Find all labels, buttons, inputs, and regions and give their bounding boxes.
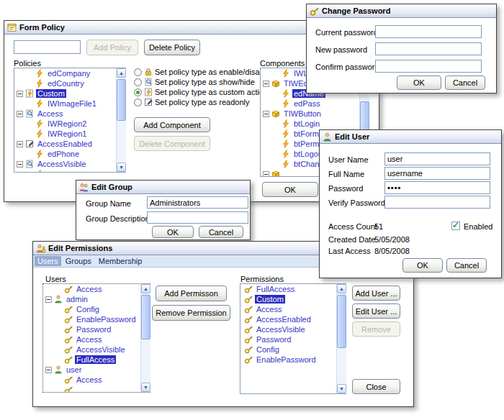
- tree-item-accessvisible[interactable]: AccessVisible: [14, 159, 125, 169]
- change-password-titlebar[interactable]: Change Password: [307, 4, 496, 18]
- permissions-list[interactable]: FullAccessCustomAccessAccessEnabledAcces…: [240, 283, 346, 394]
- tree-item-access[interactable]: Access: [43, 334, 150, 344]
- tree-item-enablepassword[interactable]: EnablePassword: [43, 314, 150, 324]
- expander-icon[interactable]: [17, 111, 23, 117]
- tree-item-btlogin[interactable]: btLogin: [261, 119, 369, 129]
- expander-icon[interactable]: [263, 171, 269, 178]
- remove-permission-button[interactable]: Remove Permission: [152, 305, 230, 321]
- confirm-password-input[interactable]: [375, 60, 482, 73]
- full-name-input[interactable]: [384, 167, 490, 180]
- policies-scrollbar[interactable]: ▲ ▼: [116, 68, 126, 172]
- tree-item-edpass[interactable]: edPass: [261, 99, 369, 109]
- tree-item-password[interactable]: Password: [240, 334, 346, 344]
- tree-item-password[interactable]: Password: [43, 324, 150, 334]
- form-policy-ok-button[interactable]: OK: [262, 182, 318, 197]
- expander-icon[interactable]: [17, 141, 23, 147]
- expander-icon[interactable]: [45, 367, 52, 373]
- tree-item-user[interactable]: user: [43, 365, 150, 375]
- tree-item-access[interactable]: Access: [240, 304, 346, 314]
- tree-item-fullaccess[interactable]: FullAccess: [43, 355, 150, 365]
- tree-item-iwimagefile1[interactable]: IWImageFile1: [14, 99, 125, 109]
- close-button[interactable]: Close: [352, 379, 400, 394]
- edit-group-ok-button[interactable]: OK: [152, 226, 194, 238]
- edit-group-titlebar[interactable]: Edit Group: [76, 181, 250, 194]
- expander-icon[interactable]: [17, 161, 23, 168]
- tree-item-access[interactable]: Access: [43, 375, 150, 385]
- delete-policy-button[interactable]: Delete Policy: [144, 40, 200, 55]
- expander-icon[interactable]: [263, 81, 269, 87]
- edit-group-cancel-button[interactable]: Cancel: [199, 226, 243, 238]
- tree-item-accessenabled[interactable]: AccessEnabled: [14, 139, 125, 149]
- users-list[interactable]: AccessadminConfigEnablePasswordPasswordA…: [42, 283, 150, 393]
- enabled-checkbox[interactable]: [451, 222, 460, 230]
- add-policy-button[interactable]: Add Policy: [86, 40, 138, 55]
- expander-icon[interactable]: [17, 91, 23, 97]
- policy-type-option[interactable]: Set policy type as readonly: [134, 97, 270, 107]
- tree-item-custom[interactable]: Custom: [240, 294, 346, 304]
- tree-item-partial[interactable]: [14, 169, 125, 173]
- edit-user-titlebar[interactable]: Edit User: [320, 130, 501, 144]
- edit-user-button[interactable]: Edit User ...: [352, 303, 400, 319]
- scroll-down-icon[interactable]: ▼: [337, 384, 346, 393]
- add-user-button[interactable]: Add User ...: [352, 286, 400, 301]
- radio-icon[interactable]: [134, 99, 142, 106]
- tree-item-enablepassword[interactable]: EnablePassword: [240, 355, 346, 365]
- lightning-icon: [35, 69, 44, 78]
- remove-user-button[interactable]: Remove: [352, 321, 400, 337]
- policy-type-option[interactable]: Set policy type as custom action: [134, 87, 270, 97]
- tree-item-access[interactable]: Access: [14, 109, 125, 119]
- add-permission-button[interactable]: Add Permisson: [156, 286, 227, 301]
- edit-user-ok-button[interactable]: OK: [402, 258, 443, 273]
- tab-groups[interactable]: Groups: [63, 256, 94, 266]
- tree-item-config[interactable]: Config: [43, 304, 150, 314]
- new-password-input[interactable]: [375, 42, 482, 55]
- tab-membership[interactable]: Membership: [96, 256, 145, 266]
- tree-item-edcountry[interactable]: edCountry: [14, 78, 125, 88]
- current-password-input[interactable]: [375, 25, 482, 38]
- tree-item-accessenabled[interactable]: AccessEnabled: [240, 314, 346, 324]
- scrollbar-thumb[interactable]: [337, 295, 346, 348]
- radio-icon[interactable]: [134, 88, 142, 96]
- scroll-down-icon[interactable]: ▼: [141, 383, 150, 392]
- new-policy-input[interactable]: [14, 40, 81, 54]
- tree-item-accessvisible[interactable]: AccessVisible: [43, 344, 150, 355]
- radio-icon[interactable]: [134, 68, 142, 76]
- expander-icon[interactable]: [45, 296, 52, 303]
- scrollbar-thumb[interactable]: [117, 79, 126, 121]
- tree-item-accessvisible[interactable]: AccessVisible: [240, 324, 346, 334]
- scroll-up-icon[interactable]: ▲: [141, 284, 150, 293]
- policy-type-option[interactable]: Set policy type as enable/disable: [134, 67, 270, 77]
- tree-item-edcompany[interactable]: edCompany: [14, 68, 125, 78]
- tree-item-access[interactable]: Access: [43, 284, 150, 294]
- verify-password-input[interactable]: [384, 196, 490, 209]
- password-input[interactable]: [384, 181, 490, 194]
- scroll-down-icon[interactable]: ▼: [117, 163, 126, 172]
- user-name-input[interactable]: [384, 152, 490, 165]
- tree-item-config[interactable]: Config: [240, 344, 346, 355]
- edit-user-cancel-button[interactable]: Cancel: [446, 258, 487, 273]
- change-password-ok-button[interactable]: OK: [397, 76, 441, 90]
- policy-type-option[interactable]: Set policy type as show/hide: [134, 77, 270, 87]
- tab-users[interactable]: Users: [35, 256, 61, 266]
- tree-item-partial[interactable]: [43, 385, 150, 393]
- tree-item-custom[interactable]: Custom: [14, 88, 125, 99]
- scroll-up-icon[interactable]: ▲: [117, 68, 126, 78]
- expander-icon[interactable]: [263, 111, 269, 117]
- tree-item-fullaccess[interactable]: FullAccess: [240, 284, 346, 294]
- tree-item-edphone[interactable]: edPhone: [14, 149, 125, 159]
- policies-list[interactable]: edCompanyedCountryCustomIWImageFile1Acce…: [14, 68, 126, 173]
- radio-icon[interactable]: [134, 78, 142, 86]
- scroll-up-icon[interactable]: ▲: [337, 284, 346, 293]
- group-description-input[interactable]: [147, 211, 248, 224]
- group-name-input[interactable]: [147, 196, 248, 209]
- tree-item-iwregion2[interactable]: IWRegion2: [14, 119, 125, 129]
- delete-component-button[interactable]: Delete Component: [134, 136, 210, 151]
- scrollbar-thumb[interactable]: [141, 295, 150, 339]
- tree-item-iwregion1[interactable]: IWRegion1: [14, 129, 125, 139]
- permissions-scrollbar[interactable]: ▲ ▼: [336, 284, 346, 393]
- users-scrollbar[interactable]: ▲ ▼: [140, 284, 150, 392]
- add-component-button[interactable]: Add Component: [134, 117, 210, 132]
- change-password-cancel-button[interactable]: Cancel: [445, 76, 485, 90]
- tree-item-tiwbutton[interactable]: TIWButton: [261, 109, 369, 119]
- tree-item-admin[interactable]: admin: [43, 294, 150, 304]
